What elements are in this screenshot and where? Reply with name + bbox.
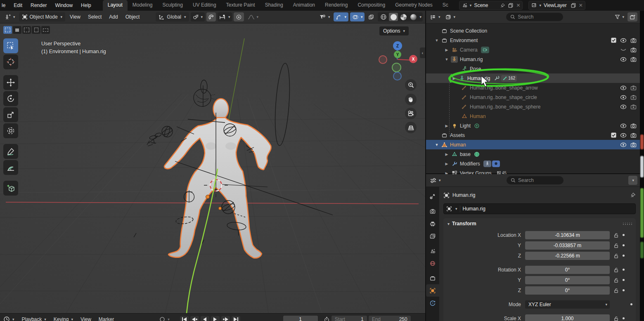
tab-render[interactable] bbox=[426, 205, 439, 217]
properties-search-input[interactable]: Search bbox=[507, 176, 564, 184]
outliner-row-light[interactable]: ▶ Light bbox=[426, 121, 640, 130]
proportional-editing-toggle[interactable] bbox=[234, 12, 244, 21]
checkbox-icon[interactable] bbox=[610, 37, 617, 44]
shading-rendered[interactable] bbox=[409, 13, 418, 21]
tab-scene[interactable] bbox=[426, 245, 439, 257]
tab-modeling[interactable]: Modeling bbox=[128, 0, 158, 11]
object-name-field[interactable]: ▾ Human.rig bbox=[443, 203, 636, 214]
tool-annotate[interactable] bbox=[3, 144, 18, 159]
properties-editor-type[interactable]: ▾ bbox=[429, 176, 442, 185]
tab-view-layer[interactable] bbox=[426, 230, 439, 242]
end-frame-field[interactable]: End 250 bbox=[369, 316, 411, 321]
menu-render[interactable]: Render bbox=[26, 0, 51, 11]
menu-view[interactable]: View bbox=[67, 14, 83, 20]
gizmo-y-negative[interactable] bbox=[392, 63, 401, 72]
lock-open-icon[interactable] bbox=[613, 253, 619, 259]
hide-eye-icon[interactable] bbox=[620, 132, 627, 139]
shading-wireframe[interactable] bbox=[379, 13, 388, 21]
outliner-row-humanrig-object[interactable]: ▼ Human.rig bbox=[426, 54, 640, 64]
animate-dot-icon[interactable] bbox=[623, 255, 625, 257]
tab-layout[interactable]: Layout bbox=[103, 0, 128, 11]
rotation-y-input[interactable]: 0° bbox=[525, 276, 610, 284]
proportional-falloff-button[interactable]: ▾ bbox=[246, 12, 261, 21]
tab-texture-paint[interactable]: Texture Paint bbox=[221, 0, 260, 11]
menu-marker[interactable]: Marker bbox=[96, 316, 117, 321]
gizmo-x-negative[interactable] bbox=[379, 55, 387, 64]
hide-eye-icon[interactable] bbox=[620, 104, 627, 110]
menu-help[interactable]: Help bbox=[77, 0, 95, 11]
pivot-point-button[interactable]: ▾ bbox=[191, 12, 205, 21]
tab-uv-editing[interactable]: UV Editing bbox=[188, 0, 221, 11]
gizmo-y-positive[interactable]: Y bbox=[394, 51, 401, 58]
select-mode-invert[interactable] bbox=[32, 26, 40, 34]
tab-compositing[interactable]: Compositing bbox=[353, 0, 390, 11]
tab-physics[interactable] bbox=[426, 297, 439, 309]
current-frame-field[interactable]: 1 bbox=[283, 316, 318, 321]
unlink-scene-icon[interactable]: ✕ bbox=[515, 2, 521, 9]
prev-keyframe-button[interactable] bbox=[190, 316, 199, 321]
expand-arrow[interactable]: ▼ bbox=[433, 143, 441, 147]
outliner-row-bone-shape-sphere[interactable]: Human.rig..bone_shape_sphere bbox=[426, 102, 640, 111]
chevron-down-icon[interactable]: ▾ bbox=[419, 15, 421, 19]
select-mode-new[interactable] bbox=[3, 26, 12, 34]
menu-file[interactable]: le bbox=[0, 0, 9, 11]
outliner-row-scene-collection[interactable]: Scene Collection bbox=[426, 26, 640, 35]
location-y-input[interactable]: -0.033857 m bbox=[525, 241, 610, 250]
outliner-row-assets[interactable]: Assets bbox=[426, 130, 640, 140]
pin-icon[interactable] bbox=[499, 2, 507, 9]
pan-hand-button[interactable] bbox=[405, 94, 417, 105]
animate-dot-icon[interactable] bbox=[630, 303, 632, 305]
transform-orientation[interactable]: Global ▾ bbox=[156, 12, 189, 21]
hide-eye-icon[interactable] bbox=[620, 37, 627, 44]
timeline-editor-type[interactable]: ▾ bbox=[2, 316, 17, 321]
hide-eye-icon[interactable] bbox=[620, 56, 627, 63]
animate-dot-icon[interactable] bbox=[623, 269, 625, 271]
animate-dot-icon[interactable] bbox=[623, 279, 625, 281]
play-button[interactable] bbox=[211, 316, 220, 321]
tool-move[interactable] bbox=[3, 75, 18, 90]
outliner-search-input[interactable]: Search bbox=[506, 13, 563, 21]
camera-view-button[interactable] bbox=[405, 108, 417, 119]
expand-arrow[interactable]: ▶ bbox=[450, 76, 458, 80]
rotation-z-input[interactable]: 0° bbox=[525, 286, 610, 295]
tool-rotate[interactable] bbox=[3, 91, 18, 106]
tool-measure[interactable] bbox=[3, 160, 18, 175]
rotation-mode-dropdown[interactable]: XYZ Euler ▾ bbox=[525, 300, 610, 309]
options-button[interactable]: Options ▾ bbox=[379, 26, 409, 35]
outliner-display-mode[interactable]: ▾ bbox=[444, 12, 457, 21]
navigation-gizmo[interactable]: Z Y X bbox=[374, 40, 423, 102]
menu-object[interactable]: Object bbox=[123, 14, 143, 20]
xray-toggle[interactable] bbox=[366, 12, 376, 21]
outliner-filter-button[interactable]: ▾ bbox=[613, 12, 626, 21]
expand-arrow[interactable]: ▶ bbox=[443, 152, 451, 156]
panel-grip[interactable] bbox=[623, 223, 632, 225]
expand-arrow[interactable]: ▼ bbox=[433, 38, 441, 42]
object-visibility-button[interactable]: ▾ bbox=[317, 12, 332, 21]
lock-open-icon[interactable] bbox=[613, 316, 619, 321]
render-excluded-icon[interactable] bbox=[630, 85, 637, 91]
gizmo-x-positive[interactable]: X bbox=[409, 55, 417, 63]
gizmo-z-positive[interactable]: Z bbox=[393, 41, 402, 50]
scale-x-input[interactable]: 1.000 bbox=[525, 314, 610, 321]
disable-render-icon[interactable] bbox=[630, 123, 637, 129]
tab-animation[interactable]: Animation bbox=[288, 0, 320, 11]
lock-open-icon[interactable] bbox=[613, 277, 619, 283]
hide-eye-icon[interactable] bbox=[620, 94, 627, 101]
lock-open-icon[interactable] bbox=[613, 267, 619, 273]
tab-geometry-nodes[interactable]: Geometry Nodes bbox=[390, 0, 438, 11]
outliner-row-humanrig-data[interactable]: ▶ Human.rig 162 bbox=[426, 73, 640, 83]
lock-open-icon[interactable] bbox=[613, 288, 619, 293]
menu-add[interactable]: Add bbox=[106, 14, 121, 20]
disable-render-icon[interactable] bbox=[630, 37, 637, 44]
gizmo-z-negative[interactable] bbox=[393, 72, 402, 80]
grid-view-button[interactable] bbox=[405, 122, 417, 133]
tool-add-primitive[interactable] bbox=[3, 181, 18, 196]
animate-dot-icon[interactable] bbox=[623, 244, 625, 246]
auto-keying-toggle[interactable]: ▾ bbox=[156, 316, 173, 321]
viewlayer-icon[interactable] bbox=[530, 2, 538, 9]
expand-arrow[interactable]: ▶ bbox=[443, 162, 451, 166]
outliner-row-human-child[interactable]: Human bbox=[426, 111, 640, 121]
menu-playback[interactable]: Playback▾ bbox=[19, 316, 49, 321]
tab-sculpting[interactable]: Sculpting bbox=[158, 0, 188, 11]
location-x-input[interactable]: -0.10634 m bbox=[525, 231, 610, 239]
